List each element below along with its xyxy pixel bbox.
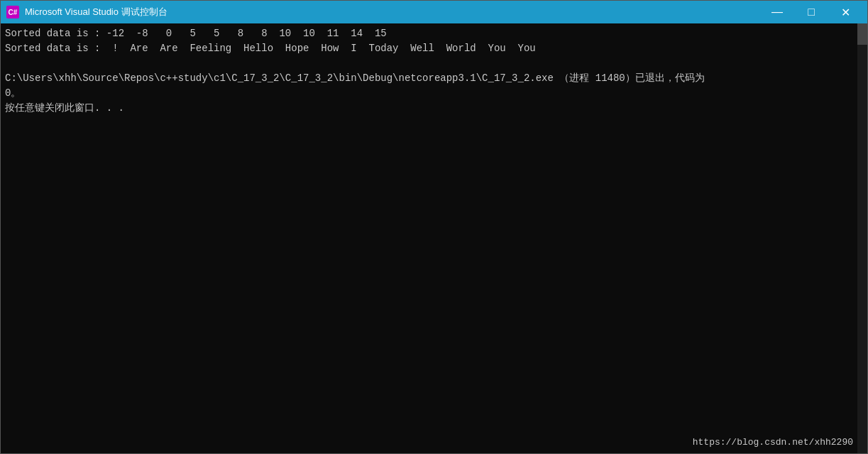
console-line-4: C:\Users\xhh\Source\Repos\c++study\c1\C_… [5, 72, 705, 99]
watermark: https://blog.csdn.net/xhh2290 [693, 437, 853, 448]
maximize-button[interactable]: □ [795, 1, 828, 23]
console-output: Sorted data is : -12 -8 0 5 5 8 8 10 10 … [5, 26, 863, 131]
title-bar-controls: — □ ✕ [761, 1, 862, 23]
console-body: Sorted data is : -12 -8 0 5 5 8 8 10 10 … [1, 23, 867, 453]
window: C# Microsoft Visual Studio 调试控制台 — □ ✕ S… [0, 0, 868, 454]
title-bar: C# Microsoft Visual Studio 调试控制台 — □ ✕ [1, 1, 867, 23]
scrollbar-thumb[interactable] [857, 23, 867, 45]
console-line-2: Sorted data is : ! Are Are Feeling Hello… [5, 43, 536, 54]
console-line-5: 按任意键关闭此窗口. . . [5, 102, 124, 114]
app-icon: C# [6, 6, 19, 18]
console-line-1: Sorted data is : -12 -8 0 5 5 8 8 10 10 … [5, 28, 387, 39]
minimize-button[interactable]: — [761, 1, 793, 23]
close-button[interactable]: ✕ [829, 1, 862, 23]
scrollbar[interactable] [857, 23, 867, 453]
title-bar-text: Microsoft Visual Studio 调试控制台 [25, 6, 761, 18]
